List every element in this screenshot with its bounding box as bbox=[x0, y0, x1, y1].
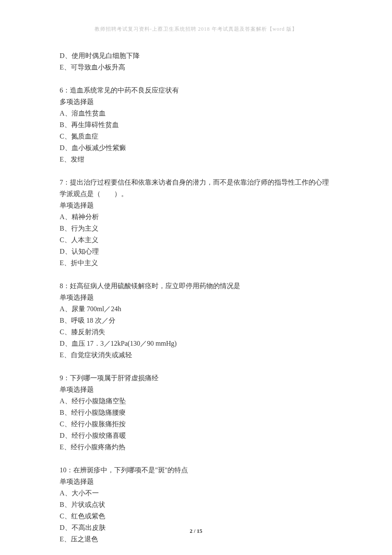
option-d: D、血压 17．3／12kPa(130／90 mmHg) bbox=[60, 338, 332, 349]
option-e: E、发绀 bbox=[60, 153, 332, 165]
option-e: E、可导致血小板升高 bbox=[60, 61, 332, 73]
option-d: D、血小板减少性紫癜 bbox=[60, 142, 332, 153]
question-stem-line2: 学派观点是（ ）。 bbox=[60, 188, 332, 199]
option-b: B、呼吸 18 次／分 bbox=[60, 315, 332, 326]
question-stem: 6：造血系统常见的中药不良反应症状有 bbox=[60, 84, 332, 96]
question-type: 单项选择题 bbox=[60, 199, 332, 211]
q8: 8：妊高征病人使用硫酸镁解痉时，应立即停用药物的情况是 单项选择题 A、尿量 7… bbox=[60, 280, 332, 361]
question-stem: 10：在辨斑疹中，下列哪项不是"斑"的特点 bbox=[60, 464, 332, 476]
page-number: 2 / 15 bbox=[0, 528, 392, 535]
option-b: B、再生障碍性贫血 bbox=[60, 119, 332, 130]
q9: 9：下列哪一项属于肝肾虚损痛经 单项选择题 A、经行小腹隐痛空坠 B、经行小腹隐… bbox=[60, 372, 332, 453]
body: D、使用时偶见白细胞下降 E、可导致血小板升高 6：造血系统常见的中药不良反应症… bbox=[60, 50, 332, 545]
option-e: E、经行小腹疼痛灼热 bbox=[60, 441, 332, 453]
option-c: C、膝反射消失 bbox=[60, 326, 332, 338]
option-a: A、经行小腹隐痛空坠 bbox=[60, 395, 332, 407]
option-a: A、精神分析 bbox=[60, 211, 332, 223]
q5-tail: D、使用时偶见白细胞下降 E、可导致血小板升高 bbox=[60, 50, 332, 73]
q6: 6：造血系统常见的中药不良反应症状有 多项选择题 A、溶血性贫血 B、再生障碍性… bbox=[60, 84, 332, 165]
option-b: B、行为主义 bbox=[60, 223, 332, 234]
option-b: B、经行小腹隐痛腰痠 bbox=[60, 407, 332, 418]
page: 教师招聘考试复习资料-上蔡卫生系统招聘 2018 年考试真题及答案解析【word… bbox=[0, 0, 392, 555]
question-type: 单项选择题 bbox=[60, 384, 332, 395]
option-e: E、压之退色 bbox=[60, 533, 332, 545]
option-b: B、片状或点状 bbox=[60, 499, 332, 510]
option-c: C、氮质血症 bbox=[60, 130, 332, 142]
option-c: C、红色或紫色 bbox=[60, 510, 332, 522]
question-type: 单项选择题 bbox=[60, 292, 332, 303]
option-e: E、折中主义 bbox=[60, 257, 332, 269]
option-d: D、认知心理 bbox=[60, 246, 332, 257]
option-c: C、人本主义 bbox=[60, 234, 332, 246]
option-d: D、使用时偶见白细胞下降 bbox=[60, 50, 332, 61]
option-d: D、经行小腹绞痛喜暖 bbox=[60, 430, 332, 441]
question-type: 多项选择题 bbox=[60, 96, 332, 107]
page-header: 教师招聘考试复习资料-上蔡卫生系统招聘 2018 年考试真题及答案解析【word… bbox=[60, 26, 332, 33]
option-a: A、尿量 700ml／24h bbox=[60, 303, 332, 315]
question-stem-line1: 7：提出治疗过程要信任和依靠来访者自身的潜力，而不是依靠治疗师的指导性工作的心理 bbox=[60, 176, 332, 188]
question-stem: 8：妊高征病人使用硫酸镁解痉时，应立即停用药物的情况是 bbox=[60, 280, 332, 292]
option-c: C、经行小腹胀痛拒按 bbox=[60, 418, 332, 430]
question-type: 单项选择题 bbox=[60, 476, 332, 487]
option-e: E、自觉症状消失或减轻 bbox=[60, 349, 332, 361]
question-stem: 9：下列哪一项属于肝肾虚损痛经 bbox=[60, 372, 332, 384]
option-a: A、大小不一 bbox=[60, 487, 332, 499]
q7: 7：提出治疗过程要信任和依靠来访者自身的潜力，而不是依靠治疗师的指导性工作的心理… bbox=[60, 176, 332, 269]
option-a: A、溶血性贫血 bbox=[60, 107, 332, 119]
